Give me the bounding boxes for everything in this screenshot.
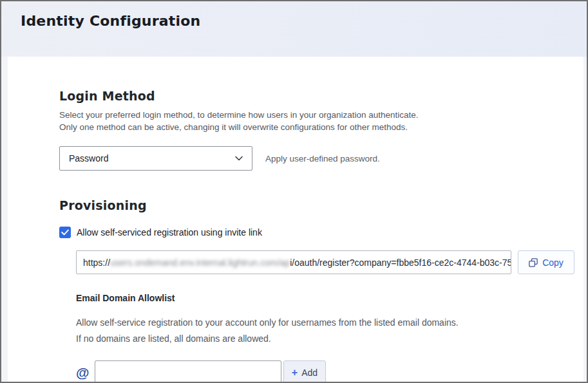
login-method-heading: Login Method (59, 89, 583, 103)
checkmark-icon (61, 229, 69, 236)
email-domain-row: @ + Add (76, 360, 583, 383)
invite-link-redacted-segment: users.ondemand.env.internal.lightrun.com… (110, 257, 290, 268)
chevron-down-icon (235, 156, 243, 161)
invite-link-suffix: i/oauth/register?company=fbbe5f16-ce2c-4… (290, 257, 511, 268)
identity-configuration-page: Identity Configuration Login Method Sele… (0, 0, 588, 383)
invite-link-checkbox-label: Allow self-serviced registration using i… (77, 227, 262, 238)
page-title: Identity Configuration (21, 13, 587, 29)
login-method-description-line1: Select your preferred login method, to d… (59, 109, 583, 122)
copy-button-label: Copy (542, 257, 564, 268)
email-domain-allowlist-heading: Email Domain Allowlist (76, 293, 583, 303)
login-method-description-line2: Only one method can be active, changing … (59, 122, 583, 134)
provisioning-heading: Provisioning (59, 198, 583, 212)
invite-link-checkbox-row: Allow self-serviced registration using i… (59, 227, 583, 238)
email-domain-allowlist-description-line1: Allow self-service registration to your … (76, 315, 583, 331)
copy-icon (529, 258, 538, 267)
add-button-label: Add (301, 368, 318, 378)
invite-link-input[interactable]: https://users.ondemand.env.internal.ligh… (76, 250, 511, 274)
copy-button[interactable]: Copy (518, 250, 574, 274)
email-domain-input[interactable] (95, 360, 281, 383)
login-method-hint: Apply user-defined password. (265, 154, 380, 163)
at-sign-icon: @ (76, 365, 95, 380)
login-method-select[interactable]: Password (59, 146, 252, 171)
invite-link-checkbox[interactable] (59, 227, 71, 238)
add-domain-button[interactable]: + Add (283, 360, 326, 383)
login-method-row: Password Apply user-defined password. (59, 146, 583, 171)
invite-link-prefix: https:// (83, 257, 110, 268)
page-header: Identity Configuration (1, 1, 587, 57)
invite-link-row: https://users.ondemand.env.internal.ligh… (76, 250, 583, 274)
plus-icon: + (292, 368, 298, 378)
email-domain-allowlist-description-line2: If no domains are listed, all domains ar… (76, 331, 583, 347)
login-method-selected-value: Password (69, 153, 235, 163)
content-panel: Login Method Select your preferred login… (8, 57, 583, 382)
